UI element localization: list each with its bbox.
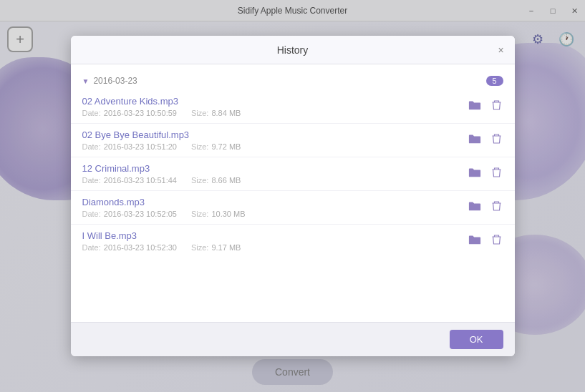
trash-icon <box>491 200 502 212</box>
folder-icon <box>468 99 481 111</box>
file-row: Diamonds.mp3 Date: 2016-03-23 10:52:05 S… <box>71 191 515 225</box>
file-info: 02 Bye Bye Beautiful.mp3 Date: 2016-03-2… <box>82 129 467 151</box>
open-folder-button[interactable] <box>467 132 483 149</box>
date-group-date: 2016-03-23 <box>93 76 137 86</box>
file-info: I Will Be.mp3 Date: 2016-03-23 10:52:30 … <box>82 230 467 252</box>
open-folder-button[interactable] <box>467 98 483 115</box>
file-row: 02 Adventure Kids.mp3 Date: 2016-03-23 1… <box>71 90 515 124</box>
date-value: 2016-03-23 10:51:44 <box>104 176 177 185</box>
dialog-title: History <box>277 44 309 56</box>
size-label: Size: <box>191 109 208 117</box>
dialog-footer: OK <box>71 322 515 356</box>
folder-icon <box>468 200 481 212</box>
size-value: 8.84 MB <box>211 109 241 117</box>
file-info: Diamonds.mp3 Date: 2016-03-23 10:52:05 S… <box>82 197 467 218</box>
file-name: Diamonds.mp3 <box>82 197 467 207</box>
folder-icon <box>468 234 481 245</box>
trash-icon <box>491 234 502 245</box>
date-label: Date: <box>82 142 101 151</box>
date-value: 2016-03-23 10:52:05 <box>104 210 177 218</box>
file-name: 12 Criminal.mp3 <box>82 163 467 174</box>
size-value: 8.66 MB <box>211 176 241 185</box>
folder-icon <box>468 133 481 144</box>
date-label: Date: <box>82 210 101 218</box>
size-label: Size: <box>191 176 208 185</box>
delete-button[interactable] <box>490 199 503 216</box>
file-actions <box>467 165 503 182</box>
trash-icon <box>491 99 502 111</box>
file-actions <box>467 232 503 250</box>
modal-overlay: History × ▼ 2016-03-23 5 02 Adventure Ki… <box>0 0 585 392</box>
collapse-triangle-icon: ▼ <box>82 77 90 85</box>
date-group-label: ▼ 2016-03-23 <box>82 76 137 86</box>
date-value: 2016-03-23 10:50:59 <box>104 109 177 117</box>
file-meta: Date: 2016-03-23 10:50:59 Size: 8.84 MB <box>82 109 467 117</box>
history-dialog: History × ▼ 2016-03-23 5 02 Adventure Ki… <box>71 36 515 356</box>
file-actions <box>467 199 503 216</box>
open-folder-button[interactable] <box>467 165 483 182</box>
date-badge-count: 5 <box>486 76 503 86</box>
file-row: 12 Criminal.mp3 Date: 2016-03-23 10:51:4… <box>71 157 515 191</box>
size-value: 10.30 MB <box>211 210 245 218</box>
file-actions <box>467 132 503 149</box>
dialog-close-button[interactable]: × <box>493 42 509 58</box>
file-row: I Will Be.mp3 Date: 2016-03-23 10:52:30 … <box>71 225 515 258</box>
ok-button[interactable]: OK <box>450 330 503 349</box>
folder-icon <box>468 167 481 178</box>
file-meta: Date: 2016-03-23 10:51:44 Size: 8.66 MB <box>82 176 467 185</box>
delete-button[interactable] <box>490 232 503 250</box>
dialog-content: ▼ 2016-03-23 5 02 Adventure Kids.mp3 Dat… <box>71 64 515 322</box>
file-name: 02 Adventure Kids.mp3 <box>82 96 467 107</box>
delete-button[interactable] <box>490 165 503 182</box>
date-label: Date: <box>82 176 101 185</box>
date-group-header: ▼ 2016-03-23 5 <box>71 72 515 90</box>
size-label: Size: <box>191 210 208 218</box>
open-folder-button[interactable] <box>467 199 483 216</box>
date-label: Date: <box>82 243 101 252</box>
file-actions <box>467 98 503 115</box>
size-label: Size: <box>191 142 208 151</box>
file-info: 02 Adventure Kids.mp3 Date: 2016-03-23 1… <box>82 96 467 117</box>
file-name: 02 Bye Bye Beautiful.mp3 <box>82 129 467 140</box>
date-label: Date: <box>82 109 101 117</box>
open-folder-button[interactable] <box>467 232 483 250</box>
file-meta: Date: 2016-03-23 10:52:05 Size: 10.30 MB <box>82 210 467 218</box>
size-value: 9.72 MB <box>211 142 241 151</box>
delete-button[interactable] <box>490 132 503 149</box>
file-info: 12 Criminal.mp3 Date: 2016-03-23 10:51:4… <box>82 163 467 185</box>
file-meta: Date: 2016-03-23 10:52:30 Size: 9.17 MB <box>82 243 467 252</box>
dialog-header: History × <box>71 36 515 64</box>
size-value: 9.17 MB <box>211 243 241 252</box>
date-value: 2016-03-23 10:52:30 <box>104 243 177 252</box>
size-label: Size: <box>191 243 208 252</box>
trash-icon <box>491 167 502 178</box>
date-value: 2016-03-23 10:51:20 <box>104 142 177 151</box>
file-meta: Date: 2016-03-23 10:51:20 Size: 9.72 MB <box>82 142 467 151</box>
delete-button[interactable] <box>490 98 503 115</box>
file-row: 02 Bye Bye Beautiful.mp3 Date: 2016-03-2… <box>71 124 515 157</box>
trash-icon <box>491 133 502 144</box>
app-background: Sidify Apple Music Converter − □ ✕ + ⚙ 🕐… <box>0 0 585 392</box>
file-name: I Will Be.mp3 <box>82 230 467 241</box>
